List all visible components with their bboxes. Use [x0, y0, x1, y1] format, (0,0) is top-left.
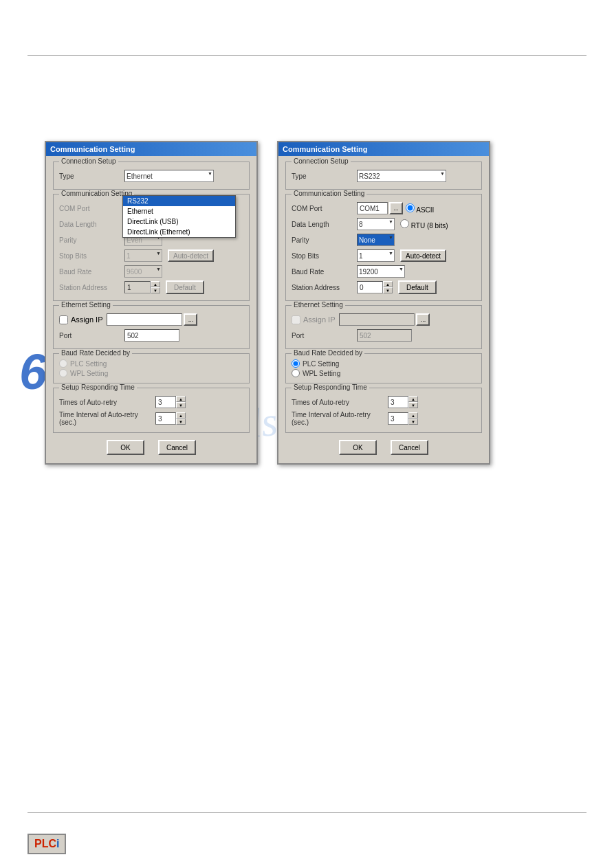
left-dropdown-ethernet[interactable]: Ethernet [123, 206, 235, 216]
left-interval-down[interactable]: ▼ [176, 419, 186, 425]
left-baud-rate-select[interactable]: 9600 [124, 265, 162, 278]
left-stop-bits-row: Stop Bits 1 Auto-detect [59, 249, 243, 263]
left-plc-setting-radio[interactable] [59, 359, 67, 368]
left-auto-retry-down[interactable]: ▼ [176, 402, 186, 408]
right-cancel-btn[interactable]: Cancel [391, 440, 428, 455]
right-interval-input[interactable] [388, 412, 408, 425]
left-cancel-btn[interactable]: Cancel [158, 440, 196, 455]
right-com-port-input[interactable] [357, 202, 388, 214]
left-assign-ip-label: Assign IP [71, 315, 102, 324]
left-dialog: Communication Setting Connection Setup T… [45, 141, 258, 465]
left-auto-detect-btn[interactable]: Auto-detect [168, 249, 214, 262]
right-auto-retry-up[interactable]: ▲ [408, 396, 418, 402]
right-port-input[interactable] [357, 329, 412, 342]
right-parity-select-wrapper: None [357, 234, 395, 246]
left-dropdown-directlink-ethernet[interactable]: DirectLink (Ethernet) [123, 227, 235, 237]
right-stop-bits-select-wrapper: 1 [357, 249, 395, 262]
left-auto-retry-up[interactable]: ▲ [176, 396, 186, 402]
left-station-addr-row: Station Address ▲ ▼ Default [59, 280, 243, 294]
right-assign-ip-checkbox[interactable] [292, 315, 300, 324]
right-default-btn[interactable]: Default [398, 280, 437, 294]
right-dialog: Communication Setting Connection Setup T… [277, 141, 490, 465]
right-baud-rate-section-label: Baud Rate Decided by [292, 349, 364, 357]
right-com-port-controls: ... [357, 202, 403, 214]
left-type-label: Type [59, 173, 124, 180]
right-station-addr-input[interactable] [357, 281, 383, 293]
right-dialog-titlebar: Communication Setting [278, 142, 489, 156]
left-connection-setup-section: Connection Setup Type Ethernet RS232 Eth… [53, 162, 250, 190]
right-baud-rate-label: Baud Rate [292, 268, 357, 276]
right-ok-btn[interactable]: OK [339, 440, 377, 455]
left-interval-up[interactable]: ▲ [176, 412, 186, 419]
left-ip-input[interactable] [107, 313, 182, 326]
left-auto-retry-input[interactable] [155, 396, 176, 408]
right-auto-detect-btn[interactable]: Auto-detect [400, 249, 446, 262]
left-stop-bits-select[interactable]: 1 [124, 249, 162, 262]
right-plc-setting-radio[interactable] [292, 359, 300, 368]
right-auto-retry-down[interactable]: ▼ [408, 402, 418, 408]
right-com-port-btn[interactable]: ... [389, 202, 403, 214]
right-ethernet-label: Ethernet Setting [292, 301, 345, 309]
right-baud-rate-select[interactable]: 19200 [357, 265, 405, 278]
left-type-select[interactable]: Ethernet [124, 170, 214, 182]
page: 6 manualslib.com Communication Setting C… [0, 0, 614, 868]
right-port-label: Port [292, 332, 357, 340]
left-dropdown-rs232[interactable]: RS232 [123, 196, 235, 206]
left-type-select-wrapper: Ethernet [124, 170, 214, 182]
right-parity-select[interactable]: None [357, 234, 395, 246]
right-station-addr-spinner: ▲ ▼ [357, 281, 393, 293]
right-interval-up[interactable]: ▲ [408, 412, 418, 419]
right-stop-bits-select[interactable]: 1 [357, 249, 395, 262]
right-ascii-radio[interactable] [406, 203, 415, 212]
left-station-addr-down[interactable]: ▼ [151, 287, 160, 293]
right-interval-down[interactable]: ▼ [408, 419, 418, 425]
right-dialog-buttons: OK Cancel [285, 437, 482, 458]
right-wpl-setting-radio[interactable] [292, 369, 300, 377]
right-data-length-select[interactable]: 8 [357, 218, 395, 230]
right-parity-label: Parity [292, 236, 357, 244]
right-auto-retry-input[interactable] [388, 396, 408, 408]
right-ip-btn[interactable]: ... [416, 313, 430, 326]
left-auto-retry-row: Times of Auto-retry ▲ ▼ [59, 395, 243, 409]
right-com-port-row: COM Port ... ASCII [292, 201, 476, 215]
left-interval-input[interactable] [155, 412, 176, 425]
left-plc-setting-row: PLC Setting [59, 359, 243, 368]
right-ip-input[interactable] [339, 313, 415, 326]
plc-logo: PLCi [28, 834, 66, 854]
left-port-row: Port [59, 329, 243, 342]
left-data-length-label: Data Length [59, 221, 124, 228]
left-connection-setup-label: Connection Setup [59, 157, 118, 165]
left-port-input[interactable] [124, 329, 179, 342]
right-auto-retry-row: Times of Auto-retry ▲ ▼ [292, 395, 476, 409]
left-type-dropdown[interactable]: RS232 Ethernet DirectLink (USB) DirectLi… [122, 195, 236, 238]
left-assign-ip-checkbox[interactable] [59, 315, 68, 324]
left-dropdown-directlink-usb[interactable]: DirectLink (USB) [123, 216, 235, 227]
right-data-length-select-wrapper: 8 [357, 218, 395, 230]
right-dialog-title: Communication Setting [283, 145, 367, 153]
left-auto-retry-spinner: ▲ ▼ [155, 396, 186, 408]
left-station-addr-input[interactable] [124, 281, 151, 293]
left-interval-spinner: ▲ ▼ [155, 412, 186, 425]
left-default-btn[interactable]: Default [166, 280, 204, 294]
left-ethernet-label: Ethernet Setting [59, 301, 113, 309]
left-station-addr-up[interactable]: ▲ [151, 281, 160, 287]
left-wpl-setting-radio[interactable] [59, 369, 67, 377]
left-interval-spinner-btns: ▲ ▼ [176, 412, 186, 425]
left-interval-label: Time Interval of Auto-retry (sec.) [59, 411, 155, 426]
right-type-select[interactable]: RS232 [357, 170, 446, 182]
right-station-addr-down[interactable]: ▼ [383, 287, 393, 293]
left-plc-setting-label: PLC Setting [70, 360, 107, 368]
right-rtu-label: RTU (8 bits) [411, 222, 448, 230]
right-data-length-row: Data Length 8 RTU (8 bits) [292, 217, 476, 231]
right-stop-bits-label: Stop Bits [292, 252, 357, 260]
left-station-addr-spinner-btns: ▲ ▼ [151, 281, 160, 293]
right-interval-row: Time Interval of Auto-retry (sec.) ▲ ▼ [292, 411, 476, 426]
left-parity-label: Parity [59, 236, 124, 244]
right-connection-setup-section: Connection Setup Type RS232 [285, 162, 482, 190]
right-rtu-radio[interactable] [400, 219, 409, 228]
right-port-row: Port [292, 329, 476, 342]
left-ip-btn[interactable]: ... [184, 313, 197, 326]
left-ok-btn[interactable]: OK [107, 440, 144, 455]
right-station-addr-up[interactable]: ▲ [383, 281, 393, 287]
chapter-number: 6 [19, 344, 47, 400]
